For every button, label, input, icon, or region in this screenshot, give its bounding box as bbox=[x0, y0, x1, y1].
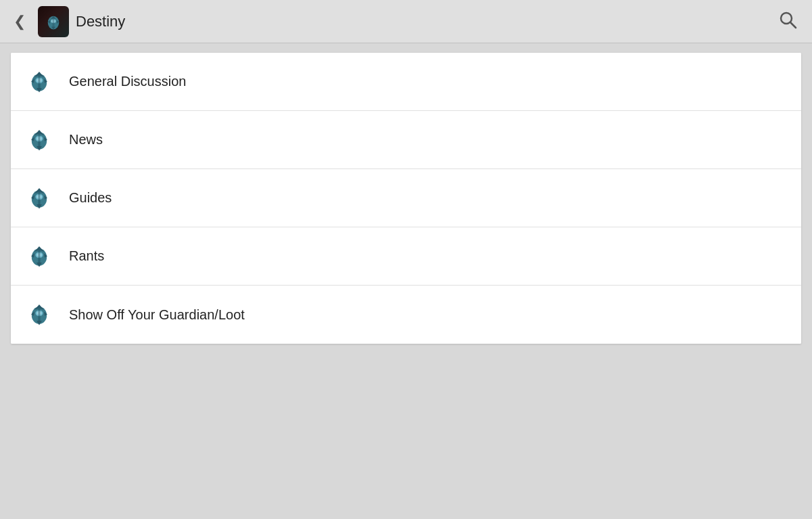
list-item-rants[interactable]: Rants bbox=[11, 227, 801, 286]
item-ghost-icon bbox=[24, 299, 55, 330]
category-list: General Discussion News bbox=[11, 53, 801, 344]
item-label: General Discussion bbox=[69, 74, 186, 89]
item-ghost-icon bbox=[24, 125, 55, 156]
app-title: Destiny bbox=[76, 13, 125, 30]
search-icon bbox=[778, 10, 798, 30]
svg-rect-37 bbox=[38, 191, 40, 204]
search-button[interactable] bbox=[773, 5, 804, 39]
svg-rect-28 bbox=[38, 133, 40, 146]
item-ghost-icon bbox=[24, 241, 55, 272]
item-label: News bbox=[69, 132, 103, 148]
back-button[interactable]: ❮ bbox=[8, 10, 31, 33]
item-ghost-icon bbox=[24, 66, 55, 97]
list-item-news[interactable]: News bbox=[11, 111, 801, 169]
app-icon bbox=[38, 6, 69, 37]
svg-rect-8 bbox=[53, 18, 55, 27]
svg-rect-19 bbox=[38, 75, 40, 88]
item-ghost-icon bbox=[24, 183, 55, 214]
list-item-guides[interactable]: Guides bbox=[11, 169, 801, 227]
svg-line-10 bbox=[790, 22, 796, 28]
svg-rect-46 bbox=[38, 250, 40, 263]
svg-rect-55 bbox=[38, 309, 40, 321]
list-item-show-off[interactable]: Show Off Your Guardian/Loot bbox=[11, 286, 801, 344]
header-left: ❮ Destiny bbox=[8, 6, 125, 37]
app-header: ❮ Destiny bbox=[0, 0, 812, 43]
item-label: Show Off Your Guardian/Loot bbox=[69, 307, 245, 323]
list-item-general-discussion[interactable]: General Discussion bbox=[11, 53, 801, 111]
item-label: Rants bbox=[69, 248, 104, 264]
item-label: Guides bbox=[69, 190, 112, 206]
